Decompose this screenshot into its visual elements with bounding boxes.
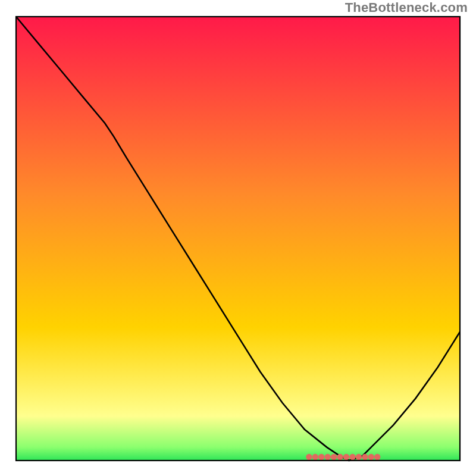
chart-container: { "watermark": "TheBottleneck.com", "col… (0, 0, 476, 476)
marker-dot (362, 454, 368, 460)
marker-dot (343, 454, 349, 460)
marker-dot (374, 454, 380, 460)
marker-dot (356, 454, 362, 460)
marker-dot (337, 454, 343, 460)
marker-dot (325, 454, 331, 460)
gradient-background (16, 17, 460, 461)
bottleneck-chart (0, 0, 476, 476)
marker-dot (306, 454, 312, 460)
marker-dot (349, 454, 355, 460)
marker-dot (331, 454, 337, 460)
marker-dot (312, 454, 318, 460)
marker-dot (368, 454, 374, 460)
marker-dot (318, 454, 324, 460)
